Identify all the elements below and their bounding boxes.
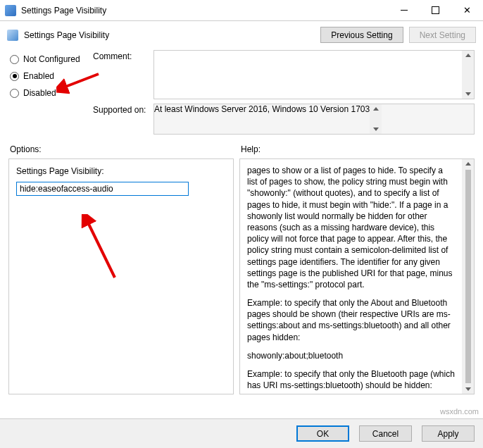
options-pane: Settings Page Visibility:: [8, 158, 234, 394]
scrollbar[interactable]: [462, 51, 474, 99]
policy-icon: [7, 30, 18, 41]
watermark: wsxdn.com: [440, 407, 479, 416]
help-text: Example: to specify that only the Blueto…: [247, 368, 455, 391]
radio-not-configured[interactable]: Not Configured: [10, 54, 93, 64]
close-button[interactable]: [451, 0, 483, 21]
radio-disabled[interactable]: Disabled: [10, 88, 93, 98]
radio-label: Enabled: [23, 71, 54, 81]
apply-button[interactable]: Apply: [422, 425, 475, 442]
options-field-label: Settings Page Visibility:: [16, 166, 226, 176]
radio-icon: [10, 55, 19, 64]
help-text: pages to show or a list of pages to hide…: [247, 165, 455, 290]
policy-form: Not Configured Enabled Disabled Comment:…: [0, 46, 483, 139]
radio-icon: [10, 89, 19, 98]
help-text: Example: to specify that only the About …: [247, 297, 455, 343]
help-section-label: Help:: [241, 144, 261, 154]
supported-value: At least Windows Server 2016, Windows 10…: [154, 104, 370, 134]
radio-label: Disabled: [23, 88, 56, 98]
maximize-button[interactable]: [420, 0, 451, 21]
scrollbar: [370, 104, 382, 134]
help-text: showonly:about;bluetooth: [247, 350, 455, 361]
radio-label: Not Configured: [23, 54, 80, 64]
window-title: Settings Page Visibility: [21, 6, 388, 15]
minimize-button[interactable]: [388, 0, 420, 21]
policy-title: Settings Page Visibility: [24, 30, 315, 40]
supported-on-box: At least Windows Server 2016, Windows 10…: [153, 104, 475, 135]
app-icon: [5, 5, 16, 16]
radio-enabled[interactable]: Enabled: [10, 71, 93, 81]
dialog-footer: OK Cancel Apply: [0, 418, 483, 448]
window-titlebar: Settings Page Visibility: [0, 0, 483, 21]
section-labels: Options: Help:: [0, 139, 483, 158]
supported-label: Supported on:: [93, 104, 153, 135]
comment-textarea[interactable]: [153, 50, 475, 99]
ok-button[interactable]: OK: [296, 425, 349, 442]
options-section-label: Options:: [10, 144, 241, 154]
state-radios: Not Configured Enabled Disabled: [10, 50, 93, 139]
help-pane: pages to show or a list of pages to hide…: [239, 158, 475, 394]
policy-header: Settings Page Visibility Previous Settin…: [0, 21, 483, 46]
scrollbar[interactable]: [462, 159, 474, 394]
settings-visibility-input[interactable]: [16, 182, 189, 196]
cancel-button[interactable]: Cancel: [359, 425, 412, 442]
next-setting-button: Next Setting: [409, 27, 476, 43]
previous-setting-button[interactable]: Previous Setting: [320, 27, 403, 43]
comment-label: Comment:: [93, 50, 153, 99]
comment-value: [154, 51, 462, 99]
radio-icon: [10, 72, 19, 81]
